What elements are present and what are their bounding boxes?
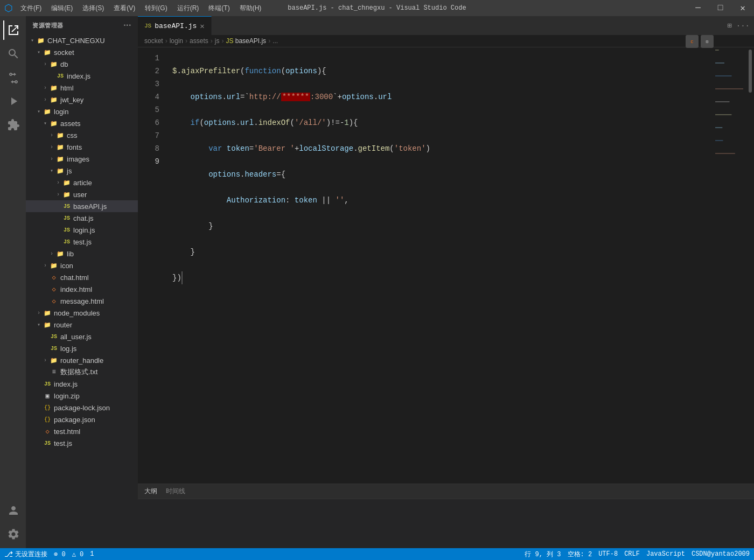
activity-search[interactable] xyxy=(3,44,23,64)
tree-item-db[interactable]: › 📁 db xyxy=(26,58,138,70)
tree-item-data_format_txt[interactable]: ≡ 数据格式.txt xyxy=(26,366,138,378)
chevron-icon: ▾ xyxy=(28,37,37,44)
tree-item-test_js_login[interactable]: JS test.js xyxy=(26,236,138,248)
tree-item-lib[interactable]: › 📁 lib xyxy=(26,248,138,260)
tree-item-login[interactable]: ▾ 📁 login xyxy=(26,106,138,117)
tree-item-chat_js[interactable]: JS chat.js xyxy=(26,212,138,224)
tree-item-message_html[interactable]: ◇ message.html xyxy=(26,295,138,307)
status-encoding[interactable]: UTF-8 xyxy=(598,550,618,558)
vertical-scrollbar[interactable] xyxy=(746,47,754,484)
breadcrumb-socket[interactable]: socket xyxy=(144,37,163,45)
menu-view[interactable]: 查看(V) xyxy=(109,3,139,14)
status-language[interactable]: JavaScript xyxy=(646,550,685,558)
tree-item-index_html[interactable]: ◇ index.html xyxy=(26,283,138,295)
split-editor-icon[interactable]: ⊞ xyxy=(727,21,731,30)
file-label-lib: lib xyxy=(67,250,74,258)
tree-item-login_zip[interactable]: ▣ login.zip xyxy=(26,390,138,402)
line-numbers: 1 2 3 4 5 6 7 8 9 xyxy=(138,47,164,484)
menu-edit[interactable]: 编辑(E) xyxy=(47,3,77,14)
menu-goto[interactable]: 转到(G) xyxy=(141,3,171,14)
csdn-icon[interactable]: C xyxy=(686,35,699,48)
tree-item-article[interactable]: › 📁 article xyxy=(26,177,138,188)
tree-item-css[interactable]: › 📁 css xyxy=(26,129,138,141)
status-line-ending[interactable]: CRLF xyxy=(624,550,640,558)
file-label-message_html: message.html xyxy=(60,297,104,305)
file-icon-fonts: 📁 xyxy=(56,144,65,151)
file-label-test_js_root: test.js xyxy=(54,439,72,447)
status-info[interactable]: 1 xyxy=(90,550,94,558)
tree-item-assets[interactable]: ▾ 📁 assets xyxy=(26,117,138,129)
code-content[interactable]: $.ajaxPrefilter(function(options){ optio… xyxy=(164,47,714,484)
tree-item-js[interactable]: ▾ 📁 js xyxy=(26,165,138,177)
layout-icon[interactable]: ⊟ xyxy=(701,35,714,48)
status-warnings[interactable]: △ 0 xyxy=(72,550,84,558)
tree-item-baseAPI_js[interactable]: JS baseAPI.js xyxy=(26,200,138,212)
file-icon-article: 📁 xyxy=(62,179,71,186)
tree-item-html[interactable]: › 📁 html xyxy=(26,82,138,94)
status-git[interactable]: ⎇ 无设置连接 xyxy=(4,550,47,559)
activity-settings[interactable] xyxy=(3,524,23,544)
menu-file[interactable]: 文件(F) xyxy=(16,3,46,14)
tree-item-fonts[interactable]: › 📁 fonts xyxy=(26,141,138,153)
activity-source-control[interactable] xyxy=(3,68,23,87)
file-icon-data_format_txt: ≡ xyxy=(50,368,58,376)
file-icon-message_html: ◇ xyxy=(50,297,58,305)
menu-run[interactable]: 运行(R) xyxy=(173,3,204,14)
tree-item-login_js[interactable]: JS login.js xyxy=(26,224,138,236)
close-button[interactable]: ✕ xyxy=(736,2,750,15)
tree-item-test_js_root[interactable]: JS test.js xyxy=(26,437,138,449)
activity-run-debug[interactable] xyxy=(3,92,23,111)
status-git-label: 无设置连接 xyxy=(15,550,47,559)
tree-item-package_lock_json[interactable]: {} package-lock.json xyxy=(26,402,138,414)
sidebar-title: 资源管理器 xyxy=(32,22,64,30)
file-label-index_html: index.html xyxy=(60,285,92,293)
status-errors[interactable]: ⊗ 0 xyxy=(54,550,66,558)
panel-tab-timeline[interactable]: 时间线 xyxy=(166,487,185,496)
tab-baseAPI-js[interactable]: JS baseAPI.js ✕ xyxy=(138,16,212,35)
minimize-button[interactable]: ─ xyxy=(691,2,705,14)
tree-item-package_json[interactable]: {} package.json xyxy=(26,414,138,425)
code-editor[interactable]: 1 2 3 4 5 6 7 8 9 $.ajaxPrefilter(functi… xyxy=(138,47,754,484)
status-user[interactable]: CSDN@yantao2009 xyxy=(692,550,750,558)
sidebar-menu-icon[interactable]: ··· xyxy=(123,20,131,30)
activity-extensions[interactable] xyxy=(3,115,23,135)
tree-item-images[interactable]: › 📁 images xyxy=(26,153,138,165)
tree-item-icon[interactable]: › 📁 icon xyxy=(26,260,138,271)
status-position[interactable]: 行 9, 列 3 xyxy=(525,550,561,559)
tree-item-all_user_js[interactable]: JS all_user.js xyxy=(26,331,138,342)
tree-item-router_handle[interactable]: › 📁 router_handle xyxy=(26,354,138,366)
tree-item-user[interactable]: › 📁 user xyxy=(26,188,138,200)
main-layout: 资源管理器 ··· ▾ 📁 CHAT_CHNEGXU ▾ 📁 socket › … xyxy=(0,16,754,548)
breadcrumb-js[interactable]: js xyxy=(215,37,220,45)
status-spaces[interactable]: 空格: 2 xyxy=(568,550,592,559)
breadcrumb-file[interactable]: JS baseAPI.js xyxy=(226,37,266,45)
tree-item-chat_chnegxu[interactable]: ▾ 📁 CHAT_CHNEGXU xyxy=(26,34,138,46)
tree-item-test_html[interactable]: ◇ test.html xyxy=(26,425,138,437)
chevron-icon: › xyxy=(47,251,56,257)
tree-item-chat_html[interactable]: ◇ chat.html xyxy=(26,271,138,283)
file-icon-icon: 📁 xyxy=(50,262,58,269)
tabs-bar: JS baseAPI.js ✕ ⊞ ··· xyxy=(138,16,754,35)
maximize-button[interactable]: □ xyxy=(714,2,728,14)
breadcrumb-login[interactable]: login xyxy=(170,37,183,45)
tree-item-index_js_db[interactable]: JS index.js xyxy=(26,70,138,82)
minimap xyxy=(714,47,746,484)
tree-item-node_modules[interactable]: › 📁 node_modules xyxy=(26,307,138,319)
tree-item-router[interactable]: ▾ 📁 router xyxy=(26,319,138,331)
menu-help[interactable]: 帮助(H) xyxy=(235,3,266,14)
tab-close-icon[interactable]: ✕ xyxy=(200,22,204,31)
breadcrumb-assets[interactable]: assets xyxy=(190,37,208,45)
menu-terminal[interactable]: 终端(T) xyxy=(204,3,234,14)
more-actions-icon[interactable]: ··· xyxy=(736,22,750,30)
breadcrumb-symbol[interactable]: ... xyxy=(273,37,278,45)
tree-item-jwt_key[interactable]: › 📁 jwt_key xyxy=(26,94,138,106)
tree-item-index_js_root[interactable]: JS index.js xyxy=(26,378,138,390)
chevron-icon: ▾ xyxy=(34,108,43,115)
panel-tab-outline[interactable]: 大纲 xyxy=(144,487,157,496)
file-icon-login: 📁 xyxy=(43,108,52,115)
menu-select[interactable]: 选择(S) xyxy=(78,3,108,14)
tree-item-socket[interactable]: ▾ 📁 socket xyxy=(26,46,138,58)
tree-item-log_js[interactable]: JS log.js xyxy=(26,342,138,354)
activity-explorer[interactable] xyxy=(3,20,23,40)
activity-account[interactable] xyxy=(3,501,23,520)
